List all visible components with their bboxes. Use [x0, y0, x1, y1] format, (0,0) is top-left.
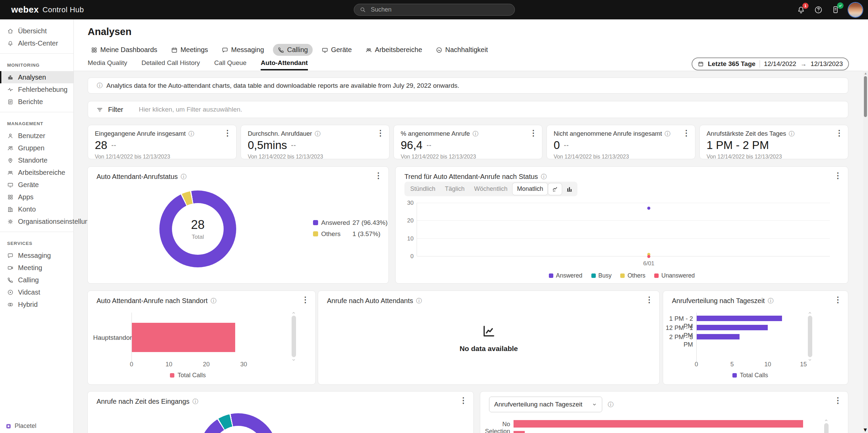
- kpi-card-angenommene-anrufe: % angenommene Anrufeⓘ ⋮ 96,4-- Von 12/14…: [394, 125, 542, 159]
- sidebar-item-berichte[interactable]: Berichte: [0, 96, 73, 108]
- global-search[interactable]: [354, 4, 515, 16]
- filter-bar[interactable]: Filter Hier klicken, um Filter auszuwähl…: [88, 101, 848, 118]
- search-input[interactable]: [370, 6, 509, 14]
- info-icon[interactable]: ⓘ: [789, 131, 795, 137]
- scrollbar-thumb[interactable]: [292, 316, 296, 357]
- help-button[interactable]: [814, 5, 823, 14]
- kebab-menu-button[interactable]: ⋮: [834, 172, 842, 180]
- kebab-menu-button[interactable]: ⋮: [375, 172, 382, 180]
- line-chart-toggle-button[interactable]: [548, 183, 562, 195]
- info-icon[interactable]: ⓘ: [416, 298, 422, 304]
- tab-label: Meetings: [180, 46, 208, 54]
- kebab-menu-button[interactable]: ⋮: [530, 129, 537, 137]
- building-icon: [7, 206, 14, 213]
- chart-select-dropdown[interactable]: Anrufverteilung nach Tageszeit: [489, 397, 602, 412]
- granularity-monatlich[interactable]: Monatlich: [513, 183, 548, 195]
- info-icon[interactable]: ⓘ: [473, 131, 479, 137]
- kebab-menu-button[interactable]: ⋮: [377, 129, 384, 137]
- sidebar-item-uebersicht[interactable]: Übersicht: [0, 25, 73, 37]
- tab-meine-dashboards[interactable]: Meine Dashboards: [86, 44, 162, 56]
- sidebar-item-benutzer[interactable]: Benutzer: [0, 130, 73, 142]
- kebab-menu-button[interactable]: ⋮: [834, 397, 842, 404]
- scroll-up-arrow-icon[interactable]: ▲: [863, 71, 868, 75]
- tasks-button[interactable]: [831, 5, 840, 14]
- kebab-menu-button[interactable]: ⋮: [459, 397, 467, 404]
- sidebar-item-calling[interactable]: Calling: [0, 274, 73, 286]
- scrollbar-thumb[interactable]: [808, 316, 812, 357]
- scrollbar-thumb[interactable]: [824, 423, 829, 433]
- info-icon[interactable]: ⓘ: [541, 174, 547, 180]
- chat-bubble-icon: [7, 252, 14, 259]
- sidebar-item-messaging[interactable]: Messaging: [0, 249, 73, 262]
- tab-calling[interactable]: Calling: [273, 44, 313, 56]
- main-content: Analysen Meine Dashboards Meetings Messa…: [74, 19, 868, 433]
- info-icon[interactable]: ⓘ: [315, 131, 320, 137]
- calendar-icon: [698, 61, 704, 67]
- chart-scrollbar[interactable]: [823, 418, 829, 433]
- tab-arbeitsbereiche[interactable]: Arbeitsbereiche: [361, 44, 427, 56]
- sustainability-icon: [436, 47, 442, 53]
- sidebar-item-apps[interactable]: Apps: [0, 191, 73, 203]
- kebab-menu-button[interactable]: ⋮: [834, 296, 842, 304]
- page-header: Analysen Meine Dashboards Meetings Messa…: [74, 19, 868, 71]
- subtab-detailed-call-history[interactable]: Detailed Call History: [141, 59, 200, 70]
- card-anrufstatus: Auto Attendant-Anrufstatusⓘ ⋮ 28 Total A…: [87, 166, 389, 284]
- sidebar-item-fehlerbehebung[interactable]: Fehlerbehebung: [0, 83, 73, 96]
- sidebar-item-analysen[interactable]: Analysen: [0, 71, 73, 83]
- tab-messaging[interactable]: Messaging: [217, 44, 269, 56]
- card-title: Anrufe nach Auto Attendants: [327, 297, 413, 305]
- x-axis-tick: 6/01: [637, 260, 661, 267]
- user-avatar[interactable]: [848, 3, 863, 17]
- sidebar-item-konto[interactable]: Konto: [0, 203, 73, 215]
- sidebar-item-arbeitsbereiche[interactable]: Arbeitsbereiche: [0, 166, 73, 179]
- kebab-menu-button[interactable]: ⋮: [645, 296, 653, 304]
- tab-label: Meine Dashboards: [100, 46, 157, 54]
- sidebar-item-alerts-center[interactable]: Alerts-Center: [0, 37, 73, 49]
- info-icon[interactable]: ⓘ: [181, 174, 187, 180]
- sidebar-item-organisationseinstellungen[interactable]: Organisationseinstellun...: [0, 215, 73, 228]
- sidebar-item-hybrid[interactable]: Hybrid: [0, 298, 73, 311]
- granularity-taeglich[interactable]: Täglich: [440, 183, 469, 195]
- subtab-auto-attendant[interactable]: Auto-Attendant: [261, 59, 308, 70]
- sidebar-item-vidcast[interactable]: Vidcast: [0, 286, 73, 298]
- scroll-down-arrow-icon[interactable]: ▼: [862, 427, 868, 433]
- kebab-menu-button[interactable]: ⋮: [682, 129, 690, 137]
- info-icon[interactable]: ⓘ: [211, 298, 216, 304]
- filter-label: Filter: [108, 106, 123, 114]
- sidebar-item-label: Analysen: [18, 73, 46, 81]
- kebab-menu-button[interactable]: ⋮: [301, 296, 309, 304]
- sidebar-item-standorte[interactable]: Standorte: [0, 154, 73, 166]
- chart-scrollbar[interactable]: [807, 311, 813, 362]
- legend-label: Others: [321, 230, 352, 238]
- kebab-menu-button[interactable]: ⋮: [835, 129, 843, 137]
- tab-meetings[interactable]: Meetings: [166, 44, 213, 56]
- placetel-logo-icon: [5, 423, 12, 429]
- info-icon[interactable]: ⓘ: [608, 402, 613, 407]
- bar-chart-toggle-button[interactable]: [562, 183, 576, 195]
- sidebar-item-meeting[interactable]: Meeting: [0, 262, 73, 274]
- page-scrollbar-thumb[interactable]: [864, 76, 867, 117]
- notifications-button[interactable]: 1: [797, 5, 805, 14]
- info-icon[interactable]: ⓘ: [188, 131, 194, 137]
- tab-geraete[interactable]: Geräte: [317, 44, 357, 56]
- sidebar-footer-label: Placetel: [15, 422, 36, 430]
- granularity-stuendlich[interactable]: Stündlich: [406, 183, 440, 195]
- x-axis-tick: 10: [166, 361, 172, 368]
- info-icon[interactable]: ⓘ: [193, 399, 198, 404]
- bar-2pm-3pm: [697, 334, 740, 339]
- info-icon[interactable]: ⓘ: [665, 131, 671, 137]
- info-icon[interactable]: ⓘ: [768, 298, 774, 304]
- chart-scrollbar[interactable]: [291, 311, 296, 362]
- subtab-media-quality[interactable]: Media Quality: [88, 59, 127, 70]
- subtab-call-queue[interactable]: Call Queue: [214, 59, 246, 70]
- sidebar-item-geraete[interactable]: Geräte: [0, 179, 73, 191]
- sidebar-item-label: Konto: [18, 205, 36, 213]
- sidebar-item-gruppen[interactable]: Gruppen: [0, 142, 73, 154]
- video-camera-icon: [7, 265, 14, 271]
- tab-nachhaltigkeit[interactable]: Nachhaltigkeit: [431, 44, 493, 56]
- y-axis-tick: 30: [401, 200, 414, 206]
- kebab-menu-button[interactable]: ⋮: [224, 129, 231, 137]
- page-scrollbar[interactable]: ▲ ▼: [863, 71, 868, 433]
- date-range-picker[interactable]: Letzte 365 Tage 12/14/2022 → 12/13/2023: [692, 57, 849, 70]
- granularity-woechentlich[interactable]: Wöchentlich: [470, 183, 512, 195]
